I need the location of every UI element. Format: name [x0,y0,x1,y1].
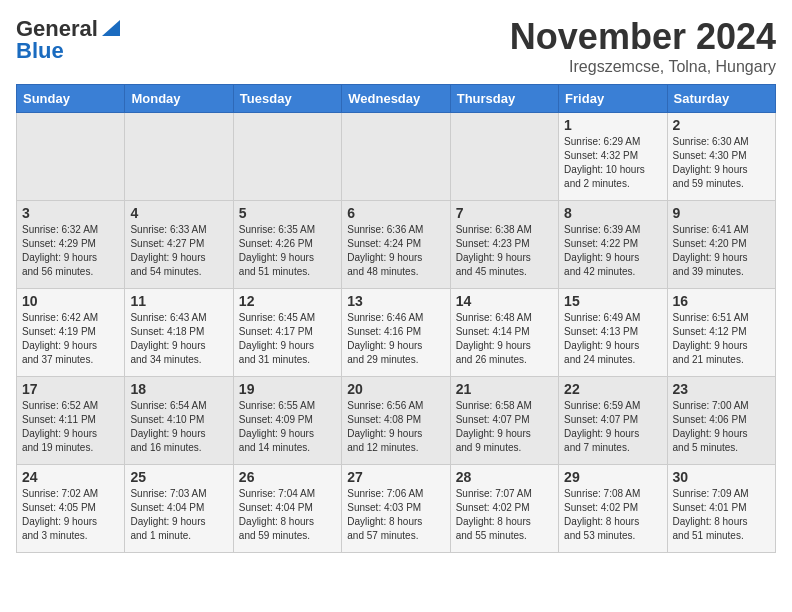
calendar-cell: 10Sunrise: 6:42 AM Sunset: 4:19 PM Dayli… [17,289,125,377]
calendar-cell: 9Sunrise: 6:41 AM Sunset: 4:20 PM Daylig… [667,201,775,289]
day-number: 8 [564,205,661,221]
svg-marker-0 [102,20,120,36]
title-block: November 2024 Iregszemcse, Tolna, Hungar… [510,16,776,76]
day-number: 30 [673,469,770,485]
page-header: General Blue November 2024 Iregszemcse, … [16,16,776,76]
day-number: 20 [347,381,444,397]
weekday-header-saturday: Saturday [667,85,775,113]
day-number: 10 [22,293,119,309]
day-number: 29 [564,469,661,485]
day-number: 9 [673,205,770,221]
calendar-cell: 28Sunrise: 7:07 AM Sunset: 4:02 PM Dayli… [450,465,558,553]
calendar-table: SundayMondayTuesdayWednesdayThursdayFrid… [16,84,776,553]
calendar-cell: 30Sunrise: 7:09 AM Sunset: 4:01 PM Dayli… [667,465,775,553]
calendar-cell: 20Sunrise: 6:56 AM Sunset: 4:08 PM Dayli… [342,377,450,465]
calendar-cell [233,113,341,201]
calendar-cell: 6Sunrise: 6:36 AM Sunset: 4:24 PM Daylig… [342,201,450,289]
calendar-cell: 12Sunrise: 6:45 AM Sunset: 4:17 PM Dayli… [233,289,341,377]
day-info: Sunrise: 7:07 AM Sunset: 4:02 PM Dayligh… [456,487,553,543]
calendar-week-row: 3Sunrise: 6:32 AM Sunset: 4:29 PM Daylig… [17,201,776,289]
calendar-cell: 11Sunrise: 6:43 AM Sunset: 4:18 PM Dayli… [125,289,233,377]
calendar-cell [342,113,450,201]
page-title: November 2024 [510,16,776,58]
day-number: 7 [456,205,553,221]
day-info: Sunrise: 6:55 AM Sunset: 4:09 PM Dayligh… [239,399,336,455]
logo-blue: Blue [16,38,64,63]
day-info: Sunrise: 6:56 AM Sunset: 4:08 PM Dayligh… [347,399,444,455]
day-number: 26 [239,469,336,485]
calendar-cell: 7Sunrise: 6:38 AM Sunset: 4:23 PM Daylig… [450,201,558,289]
calendar-header-row: SundayMondayTuesdayWednesdayThursdayFrid… [17,85,776,113]
day-number: 21 [456,381,553,397]
calendar-cell: 26Sunrise: 7:04 AM Sunset: 4:04 PM Dayli… [233,465,341,553]
day-number: 28 [456,469,553,485]
calendar-cell: 22Sunrise: 6:59 AM Sunset: 4:07 PM Dayli… [559,377,667,465]
day-number: 23 [673,381,770,397]
day-info: Sunrise: 7:03 AM Sunset: 4:04 PM Dayligh… [130,487,227,543]
calendar-cell: 25Sunrise: 7:03 AM Sunset: 4:04 PM Dayli… [125,465,233,553]
day-info: Sunrise: 6:30 AM Sunset: 4:30 PM Dayligh… [673,135,770,191]
day-info: Sunrise: 6:46 AM Sunset: 4:16 PM Dayligh… [347,311,444,367]
day-info: Sunrise: 6:32 AM Sunset: 4:29 PM Dayligh… [22,223,119,279]
calendar-cell: 13Sunrise: 6:46 AM Sunset: 4:16 PM Dayli… [342,289,450,377]
day-number: 14 [456,293,553,309]
day-number: 6 [347,205,444,221]
day-number: 1 [564,117,661,133]
calendar-cell [125,113,233,201]
day-info: Sunrise: 6:38 AM Sunset: 4:23 PM Dayligh… [456,223,553,279]
calendar-cell: 18Sunrise: 6:54 AM Sunset: 4:10 PM Dayli… [125,377,233,465]
day-info: Sunrise: 6:52 AM Sunset: 4:11 PM Dayligh… [22,399,119,455]
day-info: Sunrise: 6:49 AM Sunset: 4:13 PM Dayligh… [564,311,661,367]
day-number: 24 [22,469,119,485]
day-info: Sunrise: 6:43 AM Sunset: 4:18 PM Dayligh… [130,311,227,367]
day-info: Sunrise: 6:59 AM Sunset: 4:07 PM Dayligh… [564,399,661,455]
calendar-cell: 8Sunrise: 6:39 AM Sunset: 4:22 PM Daylig… [559,201,667,289]
day-number: 19 [239,381,336,397]
calendar-cell: 29Sunrise: 7:08 AM Sunset: 4:02 PM Dayli… [559,465,667,553]
day-number: 2 [673,117,770,133]
day-number: 25 [130,469,227,485]
day-info: Sunrise: 7:02 AM Sunset: 4:05 PM Dayligh… [22,487,119,543]
day-number: 3 [22,205,119,221]
day-info: Sunrise: 7:06 AM Sunset: 4:03 PM Dayligh… [347,487,444,543]
calendar-week-row: 17Sunrise: 6:52 AM Sunset: 4:11 PM Dayli… [17,377,776,465]
day-info: Sunrise: 6:41 AM Sunset: 4:20 PM Dayligh… [673,223,770,279]
day-info: Sunrise: 7:04 AM Sunset: 4:04 PM Dayligh… [239,487,336,543]
page-subtitle: Iregszemcse, Tolna, Hungary [510,58,776,76]
weekday-header-tuesday: Tuesday [233,85,341,113]
calendar-cell: 5Sunrise: 6:35 AM Sunset: 4:26 PM Daylig… [233,201,341,289]
calendar-week-row: 1Sunrise: 6:29 AM Sunset: 4:32 PM Daylig… [17,113,776,201]
day-info: Sunrise: 6:35 AM Sunset: 4:26 PM Dayligh… [239,223,336,279]
weekday-header-wednesday: Wednesday [342,85,450,113]
day-number: 22 [564,381,661,397]
calendar-cell: 17Sunrise: 6:52 AM Sunset: 4:11 PM Dayli… [17,377,125,465]
day-number: 12 [239,293,336,309]
day-info: Sunrise: 6:42 AM Sunset: 4:19 PM Dayligh… [22,311,119,367]
day-info: Sunrise: 7:09 AM Sunset: 4:01 PM Dayligh… [673,487,770,543]
day-number: 18 [130,381,227,397]
calendar-cell: 3Sunrise: 6:32 AM Sunset: 4:29 PM Daylig… [17,201,125,289]
day-info: Sunrise: 7:08 AM Sunset: 4:02 PM Dayligh… [564,487,661,543]
day-info: Sunrise: 6:29 AM Sunset: 4:32 PM Dayligh… [564,135,661,191]
calendar-cell [450,113,558,201]
day-number: 17 [22,381,119,397]
day-info: Sunrise: 6:48 AM Sunset: 4:14 PM Dayligh… [456,311,553,367]
day-info: Sunrise: 6:33 AM Sunset: 4:27 PM Dayligh… [130,223,227,279]
calendar-cell: 21Sunrise: 6:58 AM Sunset: 4:07 PM Dayli… [450,377,558,465]
calendar-cell: 23Sunrise: 7:00 AM Sunset: 4:06 PM Dayli… [667,377,775,465]
day-info: Sunrise: 6:39 AM Sunset: 4:22 PM Dayligh… [564,223,661,279]
calendar-cell: 2Sunrise: 6:30 AM Sunset: 4:30 PM Daylig… [667,113,775,201]
weekday-header-friday: Friday [559,85,667,113]
calendar-cell: 4Sunrise: 6:33 AM Sunset: 4:27 PM Daylig… [125,201,233,289]
day-info: Sunrise: 6:54 AM Sunset: 4:10 PM Dayligh… [130,399,227,455]
calendar-cell: 27Sunrise: 7:06 AM Sunset: 4:03 PM Dayli… [342,465,450,553]
day-number: 27 [347,469,444,485]
calendar-cell: 16Sunrise: 6:51 AM Sunset: 4:12 PM Dayli… [667,289,775,377]
weekday-header-thursday: Thursday [450,85,558,113]
calendar-cell: 24Sunrise: 7:02 AM Sunset: 4:05 PM Dayli… [17,465,125,553]
day-number: 15 [564,293,661,309]
weekday-header-sunday: Sunday [17,85,125,113]
calendar-week-row: 24Sunrise: 7:02 AM Sunset: 4:05 PM Dayli… [17,465,776,553]
logo: General Blue [16,16,122,64]
day-info: Sunrise: 6:45 AM Sunset: 4:17 PM Dayligh… [239,311,336,367]
